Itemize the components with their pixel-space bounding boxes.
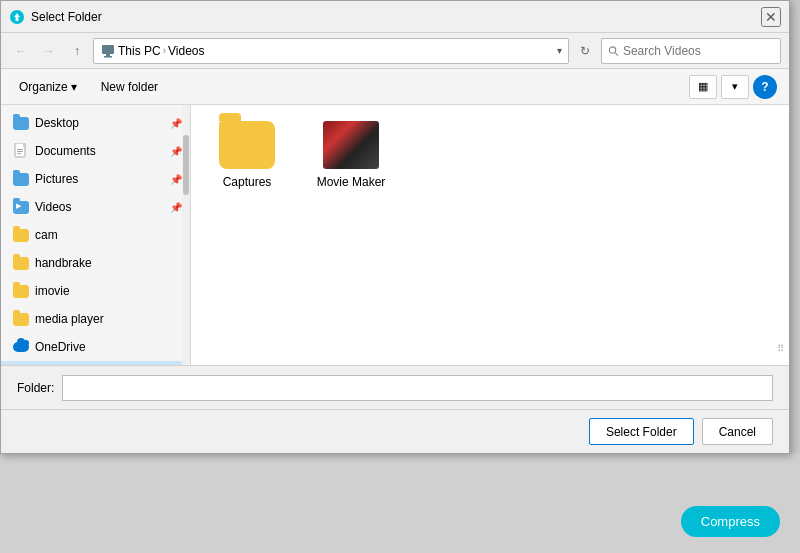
sidebar-label-imovie: imovie [35,284,70,298]
sidebar-scrollbar-thumb[interactable] [183,135,189,195]
sidebar-item-media-player[interactable]: media player [1,305,190,333]
pin-icon-documents: 📌 [170,146,182,157]
close-button[interactable]: ✕ [761,7,781,27]
folder-captures[interactable]: Captures [207,121,287,189]
content-area: Desktop 📌 Documents 📌 [1,105,789,365]
resize-handle[interactable]: ⠿ [777,343,789,355]
sidebar-label-documents: Documents [35,144,96,158]
help-button[interactable]: ? [753,75,777,99]
movie-folder-thumbnail [323,121,379,169]
refresh-button[interactable]: ↻ [573,39,597,63]
folder-path-input[interactable] [62,375,773,401]
handbrake-icon [13,255,29,271]
folder-label-text: Folder: [17,381,54,395]
view-dropdown-button[interactable]: ▾ [721,75,749,99]
cancel-button[interactable]: Cancel [702,418,773,445]
sidebar-item-onedrive[interactable]: OneDrive [1,333,190,361]
back-button[interactable]: ← [9,39,33,63]
background-app [0,453,800,553]
pin-icon-pictures: 📌 [170,174,182,185]
title-bar-left: Select Folder [9,9,102,25]
organize-button[interactable]: Organize ▾ [13,77,83,97]
forward-button[interactable]: → [37,39,61,63]
address-videos: Videos [168,44,204,58]
folder-input-bar: Folder: [1,365,789,409]
address-this-pc: This PC [118,44,161,58]
pc-small-icon [100,43,116,59]
pin-icon-videos: 📌 [170,202,182,213]
toolbar-right: ▦ ▾ ? [689,75,777,99]
svg-line-5 [615,52,618,55]
sidebar-item-this-pc[interactable]: This PC [1,361,190,365]
media-player-icon [13,311,29,327]
address-sep1: › [163,45,166,56]
captures-label: Captures [223,175,272,189]
address-bar[interactable]: This PC › Videos ▾ [93,38,569,64]
imovie-icon [13,283,29,299]
view-toggle-button[interactable]: ▦ [689,75,717,99]
pin-icon-desktop: 📌 [170,118,182,129]
cam-icon [13,227,29,243]
sidebar-item-imovie[interactable]: imovie [1,277,190,305]
sidebar-scrollbar-track [182,105,190,365]
svg-rect-7 [17,149,23,150]
sidebar-label-handbrake: handbrake [35,256,92,270]
sidebar-item-cam[interactable]: cam [1,221,190,249]
address-path: This PC › Videos [100,43,553,59]
action-bar: Select Folder Cancel [1,409,789,453]
address-dropdown-arrow[interactable]: ▾ [557,45,562,56]
dialog-title: Select Folder [31,10,102,24]
pictures-icon [13,171,29,187]
sidebar-item-desktop[interactable]: Desktop 📌 [1,109,190,137]
svg-rect-8 [17,151,23,152]
sidebar-item-handbrake[interactable]: handbrake [1,249,190,277]
onedrive-icon [13,339,29,355]
movie-maker-folder-icon [323,121,379,169]
sidebar-label-desktop: Desktop [35,116,79,130]
sidebar: Desktop 📌 Documents 📌 [1,105,191,365]
svg-rect-3 [104,56,112,58]
select-folder-button[interactable]: Select Folder [589,418,694,445]
sidebar-label-media-player: media player [35,312,104,326]
search-input[interactable] [623,44,774,58]
desktop-icon [13,115,29,131]
search-box[interactable] [601,38,781,64]
svg-rect-1 [102,45,114,54]
captures-folder-icon [219,121,275,169]
documents-icon [13,143,29,159]
sidebar-item-documents[interactable]: Documents 📌 [1,137,190,165]
file-area: Captures Movie Maker [191,105,789,365]
svg-point-4 [609,46,615,52]
toolbar: Organize ▾ New folder ▦ ▾ ? [1,69,789,105]
compress-button[interactable]: Compress [681,506,780,537]
sidebar-label-onedrive: OneDrive [35,340,86,354]
sidebar-label-videos: Videos [35,200,71,214]
navigation-bar: ← → ↑ This PC › Videos ▾ ↻ [1,33,789,69]
sidebar-item-pictures[interactable]: Pictures 📌 [1,165,190,193]
videos-icon: ▶ [13,199,29,215]
title-bar: Select Folder ✕ [1,1,789,33]
movie-maker-label: Movie Maker [317,175,386,189]
app-icon [9,9,25,25]
folder-movie-maker[interactable]: Movie Maker [311,121,391,189]
select-folder-dialog: Select Folder ✕ ← → ↑ This PC › Videos ▾… [0,0,790,454]
svg-rect-9 [17,153,21,154]
sidebar-item-videos[interactable]: ▶ Videos 📌 [1,193,190,221]
new-folder-button[interactable]: New folder [95,77,164,97]
search-icon [608,45,619,57]
up-button[interactable]: ↑ [65,39,89,63]
sidebar-label-cam: cam [35,228,58,242]
svg-rect-2 [106,54,110,56]
sidebar-label-pictures: Pictures [35,172,78,186]
